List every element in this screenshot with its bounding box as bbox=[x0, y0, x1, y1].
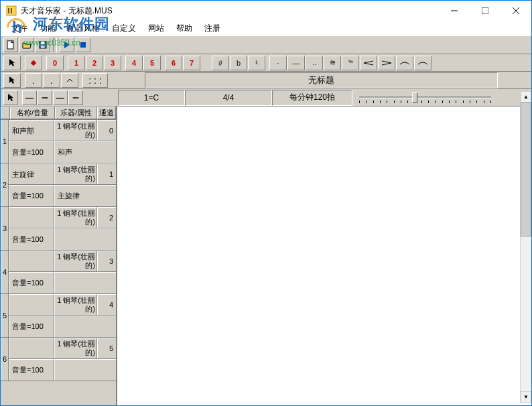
menu-style[interactable]: 配器风格 bbox=[62, 21, 105, 36]
dash-button[interactable]: — bbox=[287, 56, 305, 70]
menu-website[interactable]: 网站 bbox=[143, 21, 170, 36]
dot-button[interactable]: · bbox=[269, 56, 287, 70]
signature-cell[interactable]: 4/4 bbox=[185, 90, 272, 106]
accent2-button[interactable]: . bbox=[43, 73, 60, 88]
svg-rect-4 bbox=[482, 7, 488, 14]
scroll-thumb[interactable] bbox=[521, 103, 531, 236]
app-icon bbox=[6, 5, 17, 16]
track-channel[interactable]: 2 bbox=[97, 207, 116, 228]
track-desc[interactable] bbox=[54, 359, 116, 381]
score-area[interactable] bbox=[117, 107, 531, 405]
track-row[interactable]: 1 和声部 1 钢琴(壮丽的) 0 音量=100 和声 bbox=[1, 120, 116, 163]
cursor-button[interactable] bbox=[3, 56, 21, 70]
num-0-button[interactable]: 0 bbox=[46, 56, 64, 70]
track-name[interactable] bbox=[9, 251, 54, 271]
open-button[interactable] bbox=[19, 38, 34, 52]
track-name[interactable]: 主旋律 bbox=[9, 163, 54, 184]
maximize-button[interactable] bbox=[470, 1, 501, 21]
slider-thumb[interactable] bbox=[412, 92, 417, 103]
track-desc[interactable] bbox=[54, 272, 116, 293]
track-desc[interactable] bbox=[54, 316, 116, 337]
barline3-button[interactable]: — bbox=[53, 90, 68, 105]
track-row[interactable]: 6 1 钢琴(壮丽的) 5 音量=100 bbox=[1, 338, 116, 381]
slur1-button[interactable] bbox=[396, 56, 413, 70]
key-cell[interactable]: 1=C bbox=[118, 90, 185, 106]
track-desc[interactable]: 和声 bbox=[54, 141, 116, 163]
track-volume[interactable]: 音量=100 bbox=[9, 359, 54, 381]
slur2-button[interactable] bbox=[414, 56, 431, 70]
track-instrument[interactable]: 1 钢琴(壮丽的) bbox=[54, 338, 97, 358]
toolbar-main bbox=[1, 36, 531, 54]
track-desc[interactable]: 主旋律 bbox=[54, 185, 116, 206]
stop-button[interactable] bbox=[76, 38, 90, 52]
track-row[interactable]: 4 1 钢琴(壮丽的) 3 音量=100 bbox=[1, 251, 116, 294]
track-num: 3 bbox=[1, 207, 9, 250]
menu-register[interactable]: 注册 bbox=[199, 21, 226, 36]
track-panel: 名称/音量 乐器/属性 通道 1 和声部 1 钢琴(壮丽的) 0 音量=100 … bbox=[1, 107, 117, 405]
minimize-button[interactable] bbox=[439, 1, 470, 21]
accent3-button[interactable] bbox=[61, 73, 78, 88]
track-channel[interactable]: 3 bbox=[97, 251, 116, 271]
play-button[interactable] bbox=[60, 38, 74, 52]
num-7-button[interactable]: 7 bbox=[183, 56, 200, 70]
track-desc[interactable] bbox=[54, 228, 116, 250]
barline2-button[interactable]: ═ bbox=[38, 90, 52, 105]
dots-button[interactable]: ‥ bbox=[306, 56, 323, 70]
track-name[interactable] bbox=[9, 338, 54, 358]
cursor2-button[interactable] bbox=[3, 73, 21, 88]
num-4-button[interactable]: 4 bbox=[125, 56, 143, 70]
num-6-button[interactable]: 6 bbox=[165, 56, 182, 70]
track-row[interactable]: 2 主旋律 1 钢琴(壮丽的) 1 音量=100 主旋律 bbox=[1, 163, 116, 207]
menu-func[interactable]: 功能 bbox=[34, 21, 61, 36]
new-button[interactable] bbox=[3, 38, 18, 52]
dotgroup-button[interactable]: : : : bbox=[82, 73, 108, 88]
track-instrument[interactable]: 1 钢琴(壮丽的) bbox=[54, 163, 97, 184]
sharp-button[interactable]: # bbox=[212, 56, 229, 70]
natural-button[interactable]: ♮ bbox=[248, 56, 265, 70]
scroll-up-button[interactable]: ▲ bbox=[521, 91, 531, 103]
note-marker-button[interactable] bbox=[25, 56, 42, 70]
tempo-slider[interactable] bbox=[352, 90, 498, 106]
track-row[interactable]: 5 1 钢琴(壮丽的) 4 音量=100 bbox=[1, 294, 116, 338]
menu-help[interactable]: 帮助 bbox=[171, 21, 198, 36]
barline1-button[interactable]: — bbox=[22, 90, 37, 105]
num-3-button[interactable]: 3 bbox=[104, 56, 121, 70]
num-2-button[interactable]: 2 bbox=[86, 56, 103, 70]
track-name[interactable] bbox=[9, 207, 54, 228]
cursor3-button[interactable] bbox=[3, 90, 18, 105]
track-row[interactable]: 3 1 钢琴(壮丽的) 2 音量=100 bbox=[1, 207, 116, 251]
track-instrument[interactable]: 1 钢琴(壮丽的) bbox=[54, 251, 97, 271]
track-channel[interactable]: 4 bbox=[97, 294, 116, 315]
track-volume[interactable]: 音量=100 bbox=[9, 272, 54, 293]
track-channel[interactable]: 1 bbox=[97, 163, 116, 184]
track-channel[interactable]: 5 bbox=[97, 338, 116, 358]
tempo-cell[interactable]: 每分钟120拍 bbox=[272, 90, 352, 106]
track-volume[interactable]: 音量=100 bbox=[9, 228, 54, 250]
track-name[interactable]: 和声部 bbox=[9, 120, 54, 141]
decresc-button[interactable] bbox=[378, 56, 395, 70]
close-button[interactable] bbox=[501, 1, 531, 21]
title-field[interactable]: 无标题 bbox=[145, 72, 498, 88]
vertical-scrollbar[interactable]: ▲ ▼ bbox=[520, 91, 531, 403]
track-volume[interactable]: 音量=100 bbox=[9, 316, 54, 337]
menu-file[interactable]: 文件 bbox=[6, 21, 33, 36]
accent1-button[interactable]: . bbox=[25, 73, 42, 88]
track-channel[interactable]: 0 bbox=[97, 120, 116, 141]
num-5-button[interactable]: 5 bbox=[143, 56, 161, 70]
num-1-button[interactable]: 1 bbox=[68, 56, 85, 70]
track-name[interactable] bbox=[9, 294, 54, 315]
scroll-down-button[interactable]: ▼ bbox=[521, 391, 531, 403]
barline4-button[interactable]: ═ bbox=[68, 90, 83, 105]
track-instrument[interactable]: 1 钢琴(壮丽的) bbox=[54, 120, 97, 141]
track-volume[interactable]: 音量=100 bbox=[9, 185, 54, 206]
flat-button[interactable]: b bbox=[230, 56, 247, 70]
track-instrument[interactable]: 1 钢琴(壮丽的) bbox=[54, 294, 97, 315]
track-instrument[interactable]: 1 钢琴(壮丽的) bbox=[54, 207, 97, 228]
menu-custom[interactable]: 自定义 bbox=[107, 21, 141, 36]
track-volume[interactable]: 音量=100 bbox=[9, 141, 54, 163]
toolbar-title: . . : : : 无标题 bbox=[1, 72, 531, 89]
cresc-button[interactable] bbox=[360, 56, 377, 70]
ornament-button[interactable]: 𝆮 bbox=[342, 56, 359, 70]
save-button[interactable] bbox=[36, 38, 50, 52]
trill-button[interactable]: ≋ bbox=[324, 56, 341, 70]
